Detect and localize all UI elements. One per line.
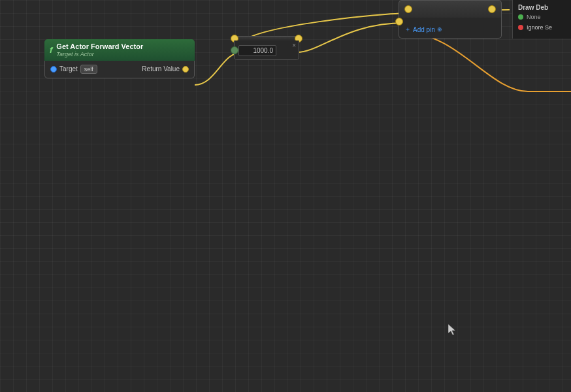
target-exec-pin[interactable] bbox=[50, 66, 57, 73]
large-node-top-pin-2[interactable] bbox=[488, 5, 496, 13]
large-node-body: ＋ Add pin ⊕ bbox=[399, 18, 502, 39]
multiply-left-pin[interactable] bbox=[231, 46, 238, 54]
large-node-left-pin-1[interactable] bbox=[395, 18, 403, 25]
return-label: Return Value bbox=[142, 65, 180, 73]
node-header-get-forward: f Get Actor Forward Vector Target is Act… bbox=[44, 39, 195, 61]
node-body-get-forward: Target self Return Value bbox=[44, 61, 195, 78]
target-pin-row: Target self bbox=[50, 65, 97, 74]
large-node-top-pin-1[interactable] bbox=[404, 5, 412, 13]
mouse-cursor bbox=[448, 324, 456, 336]
add-pin-label: Add pin bbox=[413, 26, 435, 33]
ignore-label: Ignore Se bbox=[527, 24, 552, 31]
close-icon[interactable]: × bbox=[292, 42, 296, 49]
none-label: None bbox=[527, 14, 541, 20]
return-value-pin[interactable] bbox=[182, 66, 189, 73]
node-multiply-header bbox=[234, 36, 299, 41]
panel-none-item: None bbox=[518, 14, 566, 20]
red-dot-icon bbox=[518, 25, 523, 30]
node-title: Get Actor Forward Vector bbox=[56, 42, 143, 51]
node-multiply-body: × bbox=[234, 41, 299, 60]
function-icon: f bbox=[50, 45, 52, 55]
panel-title: Draw Deb bbox=[518, 4, 566, 11]
target-label: Target bbox=[59, 65, 78, 73]
return-pin-row: Return Value bbox=[142, 65, 189, 73]
right-panel: Draw Deb None Ignore Se bbox=[512, 0, 571, 39]
blueprint-canvas[interactable]: f Get Actor Forward Vector Target is Act… bbox=[0, 0, 571, 392]
multiply-value-input[interactable] bbox=[238, 45, 276, 56]
plus-icon: ＋ bbox=[404, 25, 411, 34]
panel-ignore-item: Ignore Se bbox=[518, 24, 566, 31]
node-get-forward-vector: f Get Actor Forward Vector Target is Act… bbox=[44, 39, 195, 78]
node-large: ＋ Add pin ⊕ bbox=[399, 0, 502, 39]
self-badge: self bbox=[80, 65, 97, 74]
node-multiply: × bbox=[234, 36, 299, 60]
svg-marker-0 bbox=[448, 324, 455, 335]
node-subtitle: Target is Actor bbox=[56, 51, 143, 58]
green-dot-icon bbox=[518, 14, 523, 20]
large-node-header bbox=[399, 0, 502, 18]
add-pin-icon: ⊕ bbox=[437, 26, 442, 33]
add-pin-button[interactable]: ＋ Add pin ⊕ bbox=[404, 25, 496, 34]
